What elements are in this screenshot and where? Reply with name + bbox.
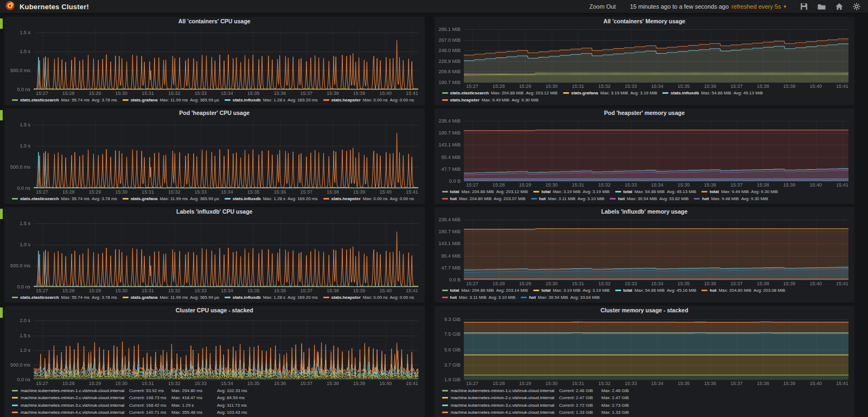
panel-pod-heapster-cpu: Pod 'heapster' CPU usagestats.elasticsea…: [4, 108, 425, 204]
chart-all-containers-cpu[interactable]: [7, 26, 423, 97]
legend-row[interactable]: machine.kubernetes-minion-3.c.vishnuk-cl…: [12, 402, 422, 409]
legend-stat: Avg: 203.12 MiB: [526, 91, 558, 95]
panel-title[interactable]: Pod 'heapster' CPU usage: [4, 108, 425, 118]
legend-entry[interactable]: stats.heapsterMax: 0.00 nsAvg: 0.00 ns: [323, 294, 414, 301]
legend-row[interactable]: machine.kubernetes-minion-1.c.vishnuk-cl…: [12, 387, 422, 394]
legend-entry[interactable]: totalMax: 54.86 MiBAvg: 45.13 MiB: [615, 189, 697, 196]
legend-stat: Max: 1.28 s: [263, 98, 285, 102]
panel-title[interactable]: Cluster CPU usage - stacked: [4, 306, 425, 315]
legend-entry[interactable]: stats.grafanaMax: 11.99 msAvg: 365.99 µs: [123, 196, 219, 203]
legend-stat: Max: 355.48 ms: [171, 409, 217, 416]
row-menu-handle[interactable]: [0, 209, 3, 219]
legend-stat: Avg: 169.20 ms: [288, 98, 317, 102]
top-navbar: Kubernetes Cluster! Zoom Out 15 minutes …: [0, 0, 868, 14]
legend-entry[interactable]: totalMax: 3.19 MiBAvg: 3.19 MiB: [533, 287, 610, 294]
time-picker[interactable]: 15 minutes ago to a few seconds ago refr…: [630, 3, 786, 10]
series-color-dash: [610, 198, 616, 200]
panel-title[interactable]: Labels 'influxdb' memory usage: [435, 207, 855, 216]
legend-row[interactable]: machine.kubernetes-minion-1.c.vishnuk-cl…: [442, 387, 852, 394]
legend-entry[interactable]: hotMax: 204.80 MiBAvg: 203.07 MiB: [442, 196, 526, 203]
legend-series-name: stats.heapster: [331, 295, 361, 300]
legend-stat: Max: 9.49 MiB: [721, 189, 749, 194]
legend-entry[interactable]: stats.influxdbMax: 1.28 sAvg: 169.20 ms: [225, 97, 318, 104]
legend-entry[interactable]: totalMax: 204.86 MiBAvg: 203.14 MiB: [442, 287, 528, 294]
series-color-dash: [12, 412, 18, 413]
chart-pod-heapster-cpu[interactable]: [7, 118, 423, 195]
legend-entry[interactable]: hotMax: 204.80 MiBAvg: 203.08 MiB: [701, 287, 785, 294]
legend-entry[interactable]: totalMax: 54.86 MiBAvg: 45.16 MiB: [615, 287, 697, 294]
chart-canvas: [7, 315, 423, 387]
legend-entry[interactable]: stats.heapsterMax: 0.00 nsAvg: 0.00 ns: [323, 97, 414, 104]
legend-entry[interactable]: stats.influxdbMax: 1.28 sAvg: 169.20 ms: [225, 196, 318, 203]
panel-title[interactable]: Labels 'influxdb' CPU usage: [4, 207, 425, 216]
open-folder-icon[interactable]: [818, 3, 826, 10]
legend-row[interactable]: machine.kubernetes-minion-4.c.vishnuk-cl…: [12, 409, 422, 416]
legend-stat: Avg: 203.07 MiB: [494, 196, 526, 201]
legend-stat: Max: 1.28 s: [263, 295, 285, 300]
legend-row[interactable]: machine.kubernetes-minion-4.c.vishnuk-cl…: [442, 409, 852, 416]
legend-stat: Avg: 3.78 ms: [92, 98, 117, 102]
legend-stat: Avg: 103.43 ms: [217, 409, 259, 416]
legend-row[interactable]: machine.kubernetes-minion-3.c.vishnuk-cl…: [442, 402, 852, 409]
zoom-out-button[interactable]: Zoom Out: [589, 3, 616, 10]
row-menu-handle[interactable]: [0, 307, 3, 318]
legend-stat: Avg: 0.00 ns: [390, 98, 414, 102]
chart-labels-influxdb-memory[interactable]: [437, 216, 853, 287]
legend-series-name: stats.influxdb: [233, 295, 261, 300]
legend-row[interactable]: machine.kubernetes-minion-2.c.vishnuk-cl…: [442, 394, 852, 401]
chart-pod-heapster-memory[interactable]: [437, 118, 853, 188]
toolbar-icons: [800, 3, 860, 10]
legend-stat: Max: 3.19 MiB: [553, 288, 580, 293]
legend-entry[interactable]: stats.heapsterMax: 9.49 MiBAvg: 9.30 MiB: [442, 97, 539, 104]
legend-stat: Max: 204.86 MiB: [491, 91, 524, 95]
series-color-dash: [12, 297, 18, 298]
series-color-dash: [701, 290, 707, 291]
chart-cluster-memory-stacked[interactable]: [437, 315, 853, 387]
row-menu-handle[interactable]: [0, 18, 3, 29]
row-menu-handle[interactable]: [0, 110, 3, 120]
toolbar: Zoom Out 15 minutes ago to a few seconds…: [589, 3, 860, 10]
dashboard-row: All 'containers' CPU usagestats.elastics…: [4, 17, 854, 105]
legend-entry[interactable]: hotMax: 3.11 MiBAvg: 3.10 MiB: [531, 196, 605, 203]
legend-entry[interactable]: hotMax: 9.48 MiBAvg: 9.30 MiB: [694, 196, 768, 203]
legend-entry[interactable]: stats.heapsterMax: 0.00 nsAvg: 0.00 ns: [323, 196, 414, 203]
dashboard-row: Pod 'heapster' CPU usagestats.elasticsea…: [4, 108, 854, 204]
legend-entry[interactable]: hotMax: 3.11 MiBAvg: 3.10 MiB: [442, 294, 516, 301]
legend-entry[interactable]: totalMax: 3.19 MiBAvg: 3.19 MiB: [533, 189, 610, 196]
panel-pod-heapster-memory: Pod 'heapster' memory usagetotalMax: 204…: [435, 108, 855, 204]
legend-entry[interactable]: stats.elasticsearchMax: 55.74 msAvg: 3.7…: [12, 294, 117, 301]
legend-stat: Max: 0.00 ns: [363, 295, 388, 300]
chart-labels-influxdb-cpu[interactable]: [7, 216, 423, 294]
legend-entry[interactable]: stats.elasticsearchMax: 204.86 MiBAvg: 2…: [442, 90, 558, 97]
legend: totalMax: 204.86 MiBAvg: 203.14 MiBtotal…: [435, 287, 855, 303]
legend-entry[interactable]: totalMax: 204.86 MiBAvg: 203.12 MiB: [442, 189, 528, 196]
legend-entry[interactable]: stats.elasticsearchMax: 55.74 msAvg: 3.7…: [12, 196, 117, 203]
legend: machine.kubernetes-minion-1.c.vishnuk-cl…: [435, 387, 855, 417]
chart-canvas: [7, 216, 423, 294]
panel-title[interactable]: Pod 'heapster' memory usage: [435, 108, 855, 118]
panel-title[interactable]: Cluster memory usage - stacked: [435, 306, 855, 315]
legend-entry[interactable]: stats.elasticsearchMax: 55.74 msAvg: 3.7…: [12, 97, 117, 104]
legend-entry[interactable]: hotMax: 39.54 MiBAvg: 33.62 MiB: [610, 196, 688, 203]
panel-title[interactable]: All 'containers' CPU usage: [4, 17, 425, 26]
grafana-logo[interactable]: [5, 1, 15, 12]
legend-stat: Max: 2.47 GiB: [602, 394, 647, 401]
series-color-dash: [12, 99, 18, 101]
chart-all-containers-memory[interactable]: [437, 26, 853, 89]
legend-entry[interactable]: totalMax: 9.49 MiBAvg: 9.30 MiB: [701, 189, 778, 196]
chart-canvas: [437, 216, 853, 287]
legend-row[interactable]: machine.kubernetes-minion-2.c.vishnuk-cl…: [12, 394, 422, 401]
legend-entry[interactable]: stats.influxdbMax: 54.86 MiBAvg: 45.13 M…: [662, 90, 763, 97]
chart-cluster-cpu-stacked[interactable]: [7, 315, 423, 387]
legend-series-name: stats.heapster: [450, 98, 480, 102]
legend-entry[interactable]: stats.grafanaMax: 3.19 MiBAvg: 3.19 MiB: [563, 90, 658, 97]
legend-entry[interactable]: stats.influxdbMax: 1.28 sAvg: 169.20 ms: [225, 294, 318, 301]
save-icon[interactable]: [800, 3, 808, 10]
legend-entry[interactable]: hotMax: 39.54 MiBAvg: 33.64 MiB: [521, 294, 599, 301]
legend-entry[interactable]: stats.grafanaMax: 11.99 msAvg: 365.99 µs: [123, 97, 219, 104]
legend-entry[interactable]: stats.grafanaMax: 11.99 msAvg: 365.99 µs: [123, 294, 219, 301]
home-icon[interactable]: [835, 3, 843, 10]
panel-title[interactable]: All 'containers' Memory usage: [435, 17, 855, 26]
legend-series-name: hot: [450, 295, 457, 300]
gear-icon[interactable]: [853, 3, 860, 10]
